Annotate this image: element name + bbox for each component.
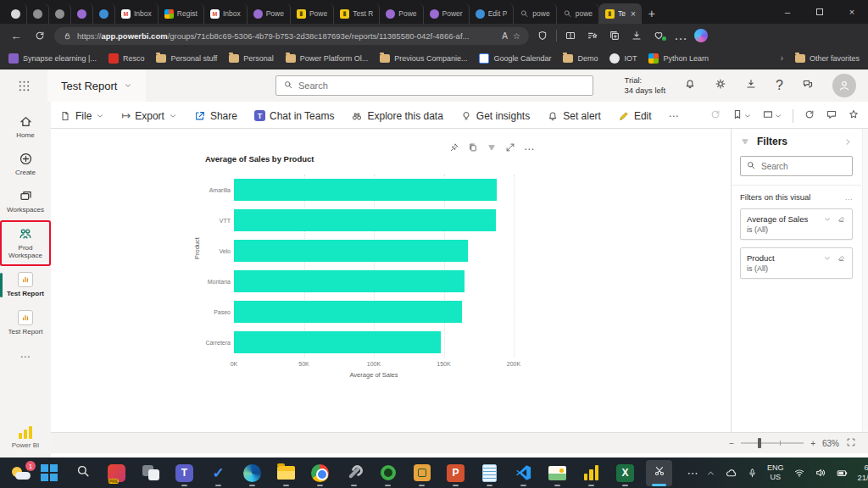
copy-icon[interactable] — [468, 141, 478, 156]
split-screen-icon[interactable] — [562, 30, 579, 42]
read-aloud-icon[interactable]: A — [502, 31, 508, 41]
browser-tab[interactable]: Regist — [159, 3, 204, 24]
taskbar-excel-icon[interactable]: X — [612, 460, 638, 486]
edit-button[interactable]: Edit — [618, 110, 652, 122]
taskbar-more-icon[interactable]: ⋯ — [680, 460, 706, 486]
browser-tab[interactable]: Powe — [248, 3, 291, 24]
bookmark-item[interactable]: Google Calendar — [479, 53, 551, 64]
chevron-down-icon[interactable] — [823, 254, 832, 263]
wifi-icon[interactable] — [793, 467, 805, 479]
taskbar-explorer-icon[interactable] — [273, 460, 299, 486]
copilot-icon[interactable] — [694, 29, 708, 42]
bookmark-item[interactable]: Personal — [229, 54, 274, 63]
bookmarks-view-button[interactable] — [732, 108, 752, 123]
bar-chart-visual[interactable]: ⋯ Average of Sales by Product Product Am… — [197, 141, 536, 403]
comments-icon[interactable] — [826, 108, 837, 123]
widgets-weather-icon[interactable]: 1 — [5, 460, 37, 485]
browser-tab[interactable]: ▮Powe — [291, 3, 334, 24]
more-menu-icon[interactable]: … — [672, 28, 689, 43]
global-search[interactable] — [275, 75, 593, 96]
browser-tab[interactable]: powe — [557, 3, 599, 24]
zoom-slider-handle[interactable] — [758, 438, 761, 448]
address-field[interactable]: https://app.powerbi.com/groups/71cb8c69-… — [54, 27, 529, 45]
bookmark-item[interactable]: Resco — [108, 53, 145, 64]
taskbar-snip-icon[interactable] — [646, 460, 672, 486]
bar-amarilla[interactable] — [234, 179, 497, 201]
help-icon[interactable]: ? — [776, 78, 783, 93]
maximize-icon[interactable] — [804, 7, 836, 17]
language-indicator[interactable]: ENG US — [767, 463, 784, 482]
browser-tab[interactable]: MInbox — [204, 3, 248, 24]
taskbar-powerpoint-icon[interactable]: P — [442, 460, 469, 486]
filter-icon[interactable] — [487, 141, 497, 156]
battery-icon[interactable] — [836, 467, 849, 480]
downloads-icon[interactable] — [628, 30, 645, 42]
app-launcher-icon[interactable] — [0, 80, 47, 92]
chevron-down-icon[interactable] — [823, 215, 832, 224]
browser-tab[interactable]: ▮Test R — [334, 3, 380, 24]
sidebar-item-test-report[interactable]: Test Report — [2, 306, 49, 341]
refresh-visuals-icon[interactable] — [804, 108, 815, 123]
speaker-icon[interactable] — [815, 467, 826, 479]
share-button[interactable]: Share — [194, 110, 237, 122]
bookmark-item[interactable]: Demo — [563, 54, 598, 63]
notifications-icon[interactable] — [684, 78, 696, 93]
download-icon[interactable] — [745, 78, 757, 93]
bar-velo[interactable] — [234, 240, 468, 262]
taskbar-office-icon[interactable] — [103, 460, 130, 486]
sidebar-more-icon[interactable]: ⋯ — [20, 351, 31, 363]
browser-tab[interactable] — [49, 3, 71, 24]
taskbar-taskview-icon[interactable] — [137, 460, 164, 486]
onedrive-cloud-icon[interactable] — [725, 467, 737, 480]
section-more-icon[interactable]: … — [845, 192, 854, 202]
filter-card[interactable]: Productis (All) — [740, 247, 853, 279]
browser-tab-active[interactable]: ▮Te× — [599, 3, 642, 24]
bookmarks-overflow-icon[interactable]: › — [781, 53, 783, 63]
favorite-star-icon[interactable]: ☆ — [513, 31, 520, 41]
bookmark-item[interactable]: Python Learn — [648, 53, 709, 64]
focus-icon[interactable] — [505, 141, 515, 156]
browser-tab[interactable] — [27, 3, 49, 24]
report-switcher[interactable]: Test Report — [47, 69, 146, 102]
more-icon[interactable]: ⋯ — [524, 141, 536, 156]
browser-tab[interactable] — [5, 3, 27, 24]
taskbar-green-icon[interactable] — [375, 460, 401, 486]
taskbar-teams-icon[interactable]: T — [171, 460, 198, 486]
settings-gear-icon[interactable] — [715, 78, 726, 93]
taskbar-tools-icon[interactable] — [341, 460, 367, 486]
close-icon[interactable]: × — [836, 7, 868, 17]
fit-to-page-icon[interactable] — [846, 437, 856, 449]
eraser-icon[interactable] — [837, 214, 846, 224]
bookmark-item[interactable]: IOT — [609, 53, 637, 64]
browser-essentials-icon[interactable] — [650, 30, 667, 42]
clock[interactable]: 6:24 am 21/1/2024 — [858, 463, 868, 483]
avatar[interactable] — [832, 74, 856, 97]
browser-tab[interactable]: Edit P — [470, 3, 515, 24]
sidebar-item-create[interactable]: Create — [2, 147, 49, 181]
sidebar-item-workspaces[interactable]: Workspaces — [2, 185, 49, 219]
more-options-button[interactable]: ⋯ — [669, 110, 681, 122]
collapse-pane-icon[interactable] — [843, 137, 853, 147]
taskbar-image-icon[interactable] — [544, 460, 570, 486]
browser-tab[interactable]: Power — [424, 3, 470, 24]
microphone-icon[interactable] — [747, 468, 758, 479]
zoom-in-button[interactable]: + — [810, 439, 815, 448]
file-button[interactable]: File — [59, 110, 104, 122]
bar-paseo[interactable] — [234, 301, 462, 323]
bar-montana[interactable] — [234, 270, 465, 292]
eraser-icon[interactable] — [837, 253, 846, 263]
explore-this-data-button[interactable]: Explore this data — [351, 110, 442, 122]
sidebar-item-home[interactable]: Home — [2, 110, 49, 144]
filters-search-input[interactable] — [761, 162, 846, 171]
browser-tab[interactable] — [71, 3, 93, 24]
search-input[interactable] — [298, 80, 586, 91]
other-favorites[interactable]: Other favorites — [795, 54, 860, 63]
feedback-icon[interactable] — [802, 78, 814, 93]
taskbar-capture-icon[interactable] — [409, 460, 435, 486]
taskbar-start-icon[interactable] — [36, 460, 62, 486]
taskbar-search-icon[interactable] — [70, 460, 96, 486]
bookmark-item[interactable]: Previous Companie... — [380, 54, 467, 63]
taskbar-vscode-icon[interactable] — [510, 460, 537, 486]
browser-tab[interactable]: MInbox — [115, 3, 159, 24]
browser-tab[interactable]: Powe — [380, 3, 423, 24]
